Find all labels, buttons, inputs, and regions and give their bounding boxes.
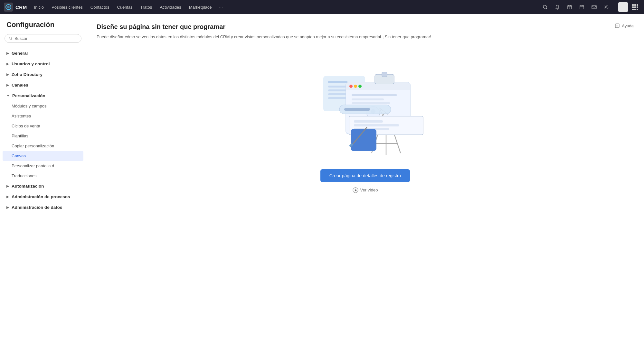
sidebar-item-zoho-directory[interactable]: Zoho Directory — [0, 69, 86, 80]
sidebar-sub-item-canvas[interactable]: Canvas — [3, 151, 83, 161]
sidebar-label-personalizacion: Personalización — [12, 93, 45, 98]
sidebar-section-admin-datos: Administración de datos — [0, 202, 86, 213]
sidebar-section-personalizacion: Personalización Módulos y campos Asisten… — [0, 90, 86, 181]
sidebar-item-admin-procesos[interactable]: Administración de procesos — [0, 191, 86, 202]
sidebar-item-canales[interactable]: Canales — [0, 80, 86, 90]
sidebar-label-admin-datos: Administración de datos — [12, 205, 62, 210]
nav-item-posibles-clientes[interactable]: Posibles clientes — [48, 3, 86, 12]
settings-button[interactable] — [601, 2, 611, 12]
nav-item-inicio[interactable]: Inicio — [31, 3, 47, 12]
sidebar-label-automatizacion: Automatización — [12, 184, 44, 189]
svg-rect-40 — [344, 108, 370, 111]
calendar-button[interactable] — [577, 2, 587, 12]
nav-item-contactos[interactable]: Contactos — [87, 3, 113, 12]
sidebar-sub-item-modulos-campos[interactable]: Módulos y campos — [0, 101, 86, 111]
bell-icon — [555, 5, 560, 10]
sidebar-label-canales: Canales — [12, 83, 28, 88]
chevron-right-icon — [6, 184, 9, 188]
svg-rect-46 — [354, 120, 383, 123]
play-icon — [353, 187, 358, 193]
nav-item-marketplace[interactable]: Marketplace — [186, 3, 215, 12]
svg-rect-17 — [615, 24, 619, 28]
sidebar-sub-item-traducciones[interactable]: Traducciones — [0, 171, 86, 181]
sidebar-label-general: General — [12, 51, 28, 56]
svg-rect-21 — [328, 81, 347, 83]
mail-icon — [592, 5, 597, 10]
calendar-add-icon — [567, 5, 572, 10]
sidebar-search-container[interactable] — [5, 34, 81, 43]
calendar-add-button[interactable] — [564, 2, 575, 12]
svg-rect-49 — [351, 129, 376, 151]
svg-rect-13 — [592, 5, 596, 9]
search-icon — [543, 5, 548, 10]
chevron-right-icon — [6, 206, 9, 209]
main-content: Diseñe su página sin tener que programar… — [86, 14, 644, 352]
svg-line-2 — [546, 8, 547, 9]
notifications-button[interactable] — [552, 2, 563, 12]
sidebar-item-admin-datos[interactable]: Administración de datos — [0, 202, 86, 213]
sidebar-sub-item-copiar-personalizacion[interactable]: Copiar personalización — [0, 141, 86, 151]
grid-icon — [632, 4, 638, 10]
app-body: Configuración General Usuarios y control — [0, 14, 644, 352]
navbar-right — [540, 2, 640, 12]
video-link[interactable]: Ver vídeo — [353, 187, 378, 193]
mail-button[interactable] — [589, 2, 599, 12]
nav-divider — [615, 3, 615, 11]
sidebar-item-general[interactable]: General — [0, 48, 86, 59]
sidebar-section-zoho-directory: Zoho Directory — [0, 69, 86, 80]
svg-point-31 — [358, 85, 362, 88]
content-area: Diseñe su página sin tener que programar… — [86, 14, 644, 352]
top-navbar: CRM Inicio Posibles clientes Contactos C… — [0, 0, 644, 14]
apps-grid-button[interactable] — [630, 2, 640, 12]
svg-point-1 — [543, 5, 546, 8]
nav-item-cuentas[interactable]: Cuentas — [114, 3, 136, 12]
sidebar-sub-item-ciclos-venta[interactable]: Ciclos de venta — [0, 121, 86, 131]
brand[interactable]: CRM — [4, 3, 27, 12]
svg-point-29 — [349, 85, 353, 88]
sidebar-section-canales: Canales — [0, 80, 86, 90]
brand-label: CRM — [15, 5, 27, 10]
sidebar-section-automatizacion: Automatización — [0, 181, 86, 191]
sidebar-label-zoho-directory: Zoho Directory — [12, 72, 43, 77]
page-description: Puede diseñar cómo se ven los datos en l… — [97, 34, 451, 41]
svg-rect-47 — [354, 124, 399, 126]
sidebar-section-general: General — [0, 48, 86, 59]
sidebar-item-personalizacion[interactable]: Personalización — [0, 90, 86, 101]
user-avatar[interactable] — [618, 2, 628, 12]
nav-item-tratos[interactable]: Tratos — [137, 3, 155, 12]
chevron-right-icon — [6, 83, 9, 87]
create-page-button[interactable]: Crear página de detalles de registro — [320, 169, 410, 182]
sidebar-search-icon — [9, 36, 13, 41]
chevron-right-icon — [6, 73, 9, 76]
sidebar-section-admin-procesos: Administración de procesos — [0, 191, 86, 202]
chevron-right-icon — [6, 51, 9, 55]
help-label: Ayuda — [622, 23, 634, 28]
svg-point-15 — [9, 37, 11, 39]
calendar-icon — [579, 5, 584, 10]
svg-rect-53 — [382, 72, 387, 77]
sidebar-item-automatizacion[interactable]: Automatización — [0, 181, 86, 191]
sidebar-section-usuarios: Usuarios y control — [0, 59, 86, 69]
svg-line-16 — [11, 39, 12, 40]
search-button[interactable] — [540, 2, 550, 12]
help-icon — [615, 23, 620, 28]
crm-logo — [4, 3, 13, 12]
svg-rect-9 — [580, 5, 584, 9]
sidebar-sub-item-personalizar-pantalla[interactable]: Personalizar pantalla d... — [0, 161, 86, 171]
sidebar-label-admin-procesos: Administración de procesos — [12, 194, 70, 199]
help-button[interactable]: Ayuda — [615, 23, 634, 28]
nav-item-actividades[interactable]: Actividades — [156, 3, 184, 12]
content-header: Diseñe su página sin tener que programar… — [97, 23, 634, 31]
chevron-right-icon — [6, 195, 9, 199]
nav-more-button[interactable]: ··· — [216, 3, 225, 11]
sidebar-label-usuarios: Usuarios y control — [12, 61, 50, 66]
settings-icon — [604, 5, 609, 10]
sidebar-item-usuarios[interactable]: Usuarios y control — [0, 59, 86, 69]
illustration-area: Crear página de detalles de registro Ver… — [97, 50, 634, 203]
chevron-down-icon — [6, 94, 10, 97]
sidebar-sub-item-plantillas[interactable]: Plantillas — [0, 131, 86, 141]
sidebar-sub-item-asistentes[interactable]: Asistentes — [0, 111, 86, 121]
page-title: Diseñe su página sin tener que programar — [97, 23, 225, 31]
search-input[interactable] — [14, 36, 77, 41]
svg-point-14 — [606, 6, 607, 8]
